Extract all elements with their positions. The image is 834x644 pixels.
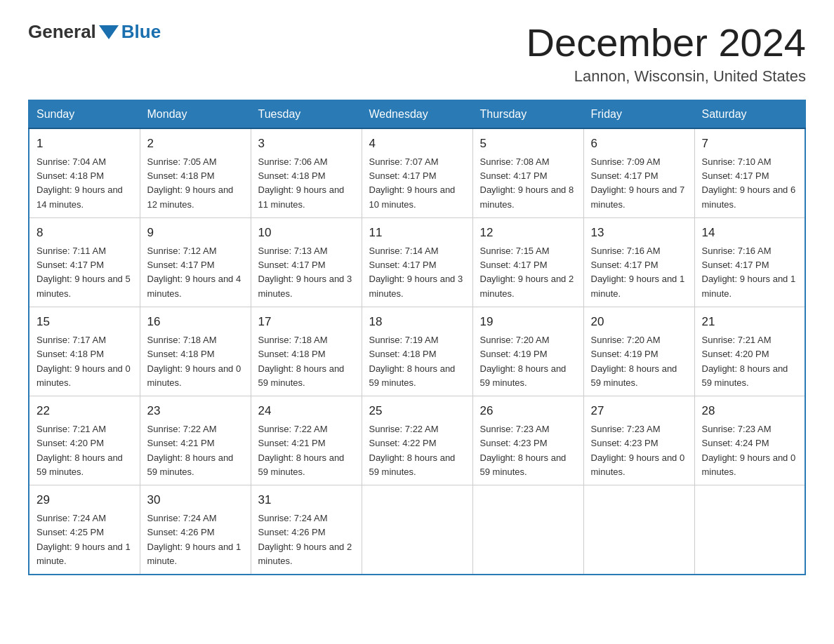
day-number: 17 <box>258 313 355 331</box>
day-number: 16 <box>147 313 244 331</box>
calendar-week-row: 8Sunrise: 7:11 AMSunset: 4:17 PMDaylight… <box>29 217 805 307</box>
day-number: 11 <box>369 224 465 242</box>
day-header-saturday: Saturday <box>694 100 805 128</box>
calendar-cell: 11Sunrise: 7:14 AMSunset: 4:17 PMDayligh… <box>362 217 472 307</box>
logo-general-text: General <box>28 21 96 43</box>
calendar-cell: 23Sunrise: 7:22 AMSunset: 4:21 PMDayligh… <box>140 396 251 485</box>
day-info: Sunrise: 7:13 AMSunset: 4:17 PMDaylight:… <box>258 244 355 301</box>
day-info: Sunrise: 7:15 AMSunset: 4:17 PMDaylight:… <box>480 244 576 301</box>
day-number: 15 <box>37 313 133 331</box>
day-header-sunday: Sunday <box>29 100 140 128</box>
day-info: Sunrise: 7:16 AMSunset: 4:17 PMDaylight:… <box>702 244 798 301</box>
logo: General Blue <box>28 21 161 43</box>
calendar-cell: 5Sunrise: 7:08 AMSunset: 4:17 PMDaylight… <box>472 128 583 218</box>
calendar-week-row: 22Sunrise: 7:21 AMSunset: 4:20 PMDayligh… <box>29 396 805 485</box>
day-info: Sunrise: 7:24 AMSunset: 4:26 PMDaylight:… <box>147 511 244 568</box>
calendar-cell <box>362 485 472 575</box>
calendar-cell: 3Sunrise: 7:06 AMSunset: 4:18 PMDaylight… <box>251 128 362 218</box>
calendar-cell: 17Sunrise: 7:18 AMSunset: 4:18 PMDayligh… <box>251 307 362 396</box>
day-info: Sunrise: 7:14 AMSunset: 4:17 PMDaylight:… <box>369 244 465 301</box>
day-info: Sunrise: 7:23 AMSunset: 4:23 PMDaylight:… <box>591 422 687 479</box>
calendar-cell: 8Sunrise: 7:11 AMSunset: 4:17 PMDaylight… <box>29 217 140 307</box>
calendar-cell: 2Sunrise: 7:05 AMSunset: 4:18 PMDaylight… <box>140 128 251 218</box>
month-title: December 2024 <box>527 21 806 65</box>
day-number: 3 <box>258 135 355 153</box>
calendar-cell <box>694 485 805 575</box>
calendar-cell: 14Sunrise: 7:16 AMSunset: 4:17 PMDayligh… <box>694 217 805 307</box>
calendar-table: SundayMondayTuesdayWednesdayThursdayFrid… <box>28 100 806 575</box>
calendar-cell: 18Sunrise: 7:19 AMSunset: 4:18 PMDayligh… <box>362 307 472 396</box>
day-header-friday: Friday <box>583 100 694 128</box>
day-info: Sunrise: 7:22 AMSunset: 4:21 PMDaylight:… <box>147 422 244 479</box>
calendar-cell: 24Sunrise: 7:22 AMSunset: 4:21 PMDayligh… <box>251 396 362 485</box>
day-info: Sunrise: 7:07 AMSunset: 4:17 PMDaylight:… <box>369 155 465 212</box>
calendar-cell <box>472 485 583 575</box>
day-info: Sunrise: 7:18 AMSunset: 4:18 PMDaylight:… <box>258 333 355 390</box>
page-header: General Blue December 2024 Lannon, Wisco… <box>28 21 806 86</box>
logo-blue-text: Blue <box>121 21 161 43</box>
day-number: 30 <box>147 491 244 509</box>
day-number: 7 <box>702 135 798 153</box>
calendar-week-row: 1Sunrise: 7:04 AMSunset: 4:18 PMDaylight… <box>29 128 805 218</box>
calendar-cell: 1Sunrise: 7:04 AMSunset: 4:18 PMDaylight… <box>29 128 140 218</box>
day-info: Sunrise: 7:08 AMSunset: 4:17 PMDaylight:… <box>480 155 576 212</box>
day-info: Sunrise: 7:17 AMSunset: 4:18 PMDaylight:… <box>37 333 133 390</box>
day-info: Sunrise: 7:22 AMSunset: 4:22 PMDaylight:… <box>369 422 465 479</box>
day-info: Sunrise: 7:05 AMSunset: 4:18 PMDaylight:… <box>147 155 244 212</box>
day-header-thursday: Thursday <box>472 100 583 128</box>
day-number: 14 <box>702 224 798 242</box>
location-title: Lannon, Wisconsin, United States <box>527 67 806 86</box>
day-number: 12 <box>480 224 576 242</box>
day-number: 6 <box>591 135 687 153</box>
day-info: Sunrise: 7:21 AMSunset: 4:20 PMDaylight:… <box>37 422 133 479</box>
day-info: Sunrise: 7:23 AMSunset: 4:23 PMDaylight:… <box>480 422 576 479</box>
calendar-week-row: 29Sunrise: 7:24 AMSunset: 4:25 PMDayligh… <box>29 485 805 575</box>
day-number: 1 <box>37 135 133 153</box>
day-number: 18 <box>369 313 465 331</box>
day-number: 24 <box>258 402 355 420</box>
calendar-week-row: 15Sunrise: 7:17 AMSunset: 4:18 PMDayligh… <box>29 307 805 396</box>
day-info: Sunrise: 7:21 AMSunset: 4:20 PMDaylight:… <box>702 333 798 390</box>
day-number: 29 <box>37 491 133 509</box>
calendar-header-row: SundayMondayTuesdayWednesdayThursdayFrid… <box>29 100 805 128</box>
calendar-cell <box>583 485 694 575</box>
day-info: Sunrise: 7:18 AMSunset: 4:18 PMDaylight:… <box>147 333 244 390</box>
calendar-cell: 21Sunrise: 7:21 AMSunset: 4:20 PMDayligh… <box>694 307 805 396</box>
day-number: 9 <box>147 224 244 242</box>
calendar-cell: 7Sunrise: 7:10 AMSunset: 4:17 PMDaylight… <box>694 128 805 218</box>
day-number: 13 <box>591 224 687 242</box>
calendar-cell: 6Sunrise: 7:09 AMSunset: 4:17 PMDaylight… <box>583 128 694 218</box>
calendar-cell: 30Sunrise: 7:24 AMSunset: 4:26 PMDayligh… <box>140 485 251 575</box>
day-number: 5 <box>480 135 576 153</box>
calendar-cell: 19Sunrise: 7:20 AMSunset: 4:19 PMDayligh… <box>472 307 583 396</box>
day-info: Sunrise: 7:10 AMSunset: 4:17 PMDaylight:… <box>702 155 798 212</box>
calendar-cell: 13Sunrise: 7:16 AMSunset: 4:17 PMDayligh… <box>583 217 694 307</box>
day-info: Sunrise: 7:06 AMSunset: 4:18 PMDaylight:… <box>258 155 355 212</box>
day-info: Sunrise: 7:20 AMSunset: 4:19 PMDaylight:… <box>480 333 576 390</box>
calendar-cell: 29Sunrise: 7:24 AMSunset: 4:25 PMDayligh… <box>29 485 140 575</box>
calendar-cell: 31Sunrise: 7:24 AMSunset: 4:26 PMDayligh… <box>251 485 362 575</box>
day-info: Sunrise: 7:04 AMSunset: 4:18 PMDaylight:… <box>37 155 133 212</box>
day-number: 23 <box>147 402 244 420</box>
day-info: Sunrise: 7:12 AMSunset: 4:17 PMDaylight:… <box>147 244 244 301</box>
day-number: 31 <box>258 491 355 509</box>
day-info: Sunrise: 7:24 AMSunset: 4:25 PMDaylight:… <box>37 511 133 568</box>
day-number: 2 <box>147 135 244 153</box>
day-info: Sunrise: 7:22 AMSunset: 4:21 PMDaylight:… <box>258 422 355 479</box>
day-number: 4 <box>369 135 465 153</box>
day-info: Sunrise: 7:11 AMSunset: 4:17 PMDaylight:… <box>37 244 133 301</box>
calendar-cell: 15Sunrise: 7:17 AMSunset: 4:18 PMDayligh… <box>29 307 140 396</box>
calendar-cell: 4Sunrise: 7:07 AMSunset: 4:17 PMDaylight… <box>362 128 472 218</box>
day-header-monday: Monday <box>140 100 251 128</box>
day-info: Sunrise: 7:16 AMSunset: 4:17 PMDaylight:… <box>591 244 687 301</box>
calendar-cell: 16Sunrise: 7:18 AMSunset: 4:18 PMDayligh… <box>140 307 251 396</box>
calendar-cell: 28Sunrise: 7:23 AMSunset: 4:24 PMDayligh… <box>694 396 805 485</box>
calendar-cell: 12Sunrise: 7:15 AMSunset: 4:17 PMDayligh… <box>472 217 583 307</box>
day-info: Sunrise: 7:19 AMSunset: 4:18 PMDaylight:… <box>369 333 465 390</box>
calendar-cell: 22Sunrise: 7:21 AMSunset: 4:20 PMDayligh… <box>29 396 140 485</box>
calendar-cell: 10Sunrise: 7:13 AMSunset: 4:17 PMDayligh… <box>251 217 362 307</box>
day-info: Sunrise: 7:09 AMSunset: 4:17 PMDaylight:… <box>591 155 687 212</box>
day-info: Sunrise: 7:24 AMSunset: 4:26 PMDaylight:… <box>258 511 355 568</box>
day-info: Sunrise: 7:20 AMSunset: 4:19 PMDaylight:… <box>591 333 687 390</box>
day-number: 21 <box>702 313 798 331</box>
